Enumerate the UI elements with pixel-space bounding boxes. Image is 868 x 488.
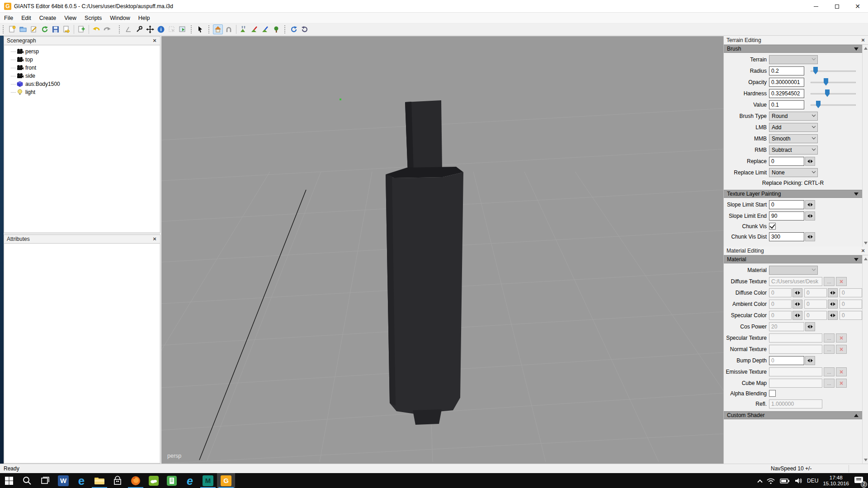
- spinner[interactable]: [828, 300, 838, 309]
- clock[interactable]: 17:48 15.10.2016: [823, 475, 849, 487]
- menu-edit[interactable]: Edit: [17, 14, 35, 23]
- material-dropdown[interactable]: [769, 266, 818, 275]
- terrain-paint-blue-icon[interactable]: [260, 24, 270, 34]
- chunk-vis-checkbox[interactable]: [769, 223, 776, 230]
- close-button[interactable]: ✕: [847, 0, 868, 13]
- taskbar-store-icon[interactable]: [108, 473, 127, 488]
- menu-scripts[interactable]: Scripts: [80, 14, 106, 23]
- search-icon[interactable]: [18, 473, 36, 488]
- frame-home-icon[interactable]: [213, 24, 223, 34]
- material-editing-close-icon[interactable]: ×: [859, 247, 867, 254]
- save-icon[interactable]: [51, 24, 61, 34]
- material-section-header[interactable]: Material: [724, 255, 862, 263]
- emissive-texture-input[interactable]: [769, 367, 822, 376]
- scroll-down-icon[interactable]: [864, 459, 868, 461]
- tree-item-front[interactable]: front: [5, 64, 160, 72]
- reload-shaders-icon[interactable]: [289, 24, 299, 34]
- ambient-color-r[interactable]: [769, 300, 792, 309]
- specular-color-g[interactable]: [804, 311, 827, 320]
- spinner[interactable]: [828, 311, 838, 320]
- foliage-tool-icon[interactable]: [271, 24, 281, 34]
- chunk-vis-dist-spinner[interactable]: [805, 232, 815, 241]
- action-center-icon[interactable]: 2: [854, 475, 865, 486]
- magnet-tool-icon[interactable]: [224, 24, 234, 34]
- task-view-icon[interactable]: [36, 473, 54, 488]
- taskbar-firefox-icon[interactable]: [127, 473, 145, 488]
- menu-window[interactable]: Window: [106, 14, 134, 23]
- cube-map-browse-button[interactable]: ...: [824, 379, 835, 388]
- ambient-color-g[interactable]: [804, 300, 827, 309]
- ambient-color-b[interactable]: [840, 300, 862, 309]
- scroll-down-icon[interactable]: [864, 242, 868, 244]
- brush-type-dropdown[interactable]: Round: [769, 112, 818, 121]
- cube-map-input[interactable]: [769, 379, 822, 388]
- radius-input[interactable]: [769, 66, 804, 75]
- refresh-icon[interactable]: [40, 24, 50, 34]
- slope-limit-end-spinner[interactable]: [805, 211, 815, 221]
- scenegraph-close-icon[interactable]: ×: [151, 37, 158, 44]
- taskbar-giants-editor-icon[interactable]: G: [217, 473, 235, 488]
- emissive-texture-browse-button[interactable]: ...: [824, 367, 835, 376]
- diffuse-texture-input[interactable]: [769, 277, 822, 286]
- diffuse-color-b[interactable]: [840, 288, 862, 297]
- slider-handle[interactable]: [825, 89, 830, 97]
- slope-limit-end-input[interactable]: [769, 211, 804, 221]
- lmb-dropdown[interactable]: Add: [769, 123, 818, 132]
- specular-color-r[interactable]: [769, 311, 792, 320]
- tree-item-aus-body1500[interactable]: aus:Body1500: [5, 80, 160, 88]
- specular-texture-clear-button[interactable]: ×: [836, 333, 847, 343]
- tree-item-top[interactable]: top: [5, 56, 160, 64]
- spinner[interactable]: [793, 311, 802, 320]
- replace-input[interactable]: [769, 157, 804, 166]
- add-object-icon[interactable]: [76, 24, 86, 34]
- radius-slider[interactable]: [811, 67, 856, 75]
- tree-item-light[interactable]: light: [5, 88, 160, 96]
- slope-limit-start-input[interactable]: [769, 200, 804, 209]
- menu-view[interactable]: View: [60, 14, 80, 23]
- tree-item-side[interactable]: side: [5, 72, 160, 80]
- cube-map-clear-button[interactable]: ×: [836, 379, 847, 388]
- specular-texture-input[interactable]: [769, 333, 822, 343]
- spinner[interactable]: [828, 288, 838, 297]
- snap-tool-icon[interactable]: [167, 24, 177, 34]
- mmb-dropdown[interactable]: Smooth: [769, 134, 818, 143]
- viewport-3d[interactable]: persp: [161, 36, 723, 464]
- reload-scripts-icon[interactable]: [300, 24, 310, 34]
- open-file-icon[interactable]: [18, 24, 28, 34]
- normal-texture-browse-button[interactable]: ...: [824, 345, 835, 354]
- move-tool-icon[interactable]: [145, 24, 155, 34]
- attributes-close-icon[interactable]: ×: [151, 235, 158, 243]
- terrain-dropdown[interactable]: [769, 55, 818, 64]
- scroll-up-icon[interactable]: [864, 47, 868, 50]
- info-icon[interactable]: i: [156, 24, 166, 34]
- opacity-slider[interactable]: [811, 78, 856, 86]
- start-button[interactable]: [0, 473, 18, 488]
- spinner[interactable]: [793, 288, 802, 297]
- emissive-texture-clear-button[interactable]: ×: [836, 367, 847, 376]
- slider-handle[interactable]: [824, 78, 828, 86]
- normal-texture-input[interactable]: [769, 345, 822, 354]
- taskbar-cloud-app-icon[interactable]: [145, 473, 163, 488]
- speaker-icon[interactable]: [794, 477, 802, 484]
- battery-icon[interactable]: [780, 478, 790, 484]
- bump-depth-input[interactable]: [769, 356, 804, 365]
- terrain-sculpt-icon[interactable]: [239, 24, 249, 34]
- taskbar-notes-app-icon[interactable]: [163, 473, 181, 488]
- menu-file[interactable]: File: [0, 14, 17, 23]
- taskbar-word-icon[interactable]: W: [54, 473, 72, 488]
- diffuse-texture-clear-button[interactable]: ×: [836, 277, 847, 286]
- cos-power-input[interactable]: [769, 322, 804, 331]
- menu-help[interactable]: Help: [134, 14, 154, 23]
- taskbar-internet-explorer-icon[interactable]: e: [181, 473, 199, 488]
- tray-chevron-up-icon[interactable]: [757, 479, 762, 484]
- bump-depth-spinner[interactable]: [805, 356, 815, 365]
- axis-tool-icon[interactable]: [123, 24, 133, 34]
- tree-item-persp[interactable]: persp: [5, 47, 160, 56]
- value-input[interactable]: [769, 100, 804, 109]
- select-cursor-icon[interactable]: [195, 24, 205, 34]
- rmb-dropdown[interactable]: Subtract: [769, 145, 818, 155]
- slope-limit-start-spinner[interactable]: [805, 200, 815, 209]
- new-file-icon[interactable]: [7, 24, 17, 34]
- undo-icon[interactable]: [91, 24, 101, 34]
- menu-create[interactable]: Create: [35, 14, 61, 23]
